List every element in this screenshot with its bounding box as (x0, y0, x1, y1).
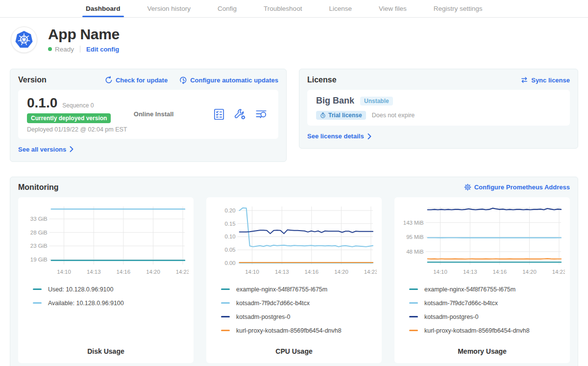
legend-item: kotsadm-7f9dc7d66c-b4tcx (409, 300, 565, 307)
sync-arrows-icon (520, 76, 528, 84)
legend-label: example-nginx-54f8f76755-l675m (424, 286, 515, 293)
trial-license-badge: Trial license (316, 111, 366, 120)
svg-text:14:20: 14:20 (334, 269, 348, 275)
svg-text:0.15: 0.15 (224, 221, 235, 227)
monitoring-title: Monitoring (18, 183, 59, 192)
legend-label: Used: 10.128.0.96:9100 (48, 286, 113, 293)
legend-swatch (409, 288, 418, 290)
tab-config[interactable]: Config (218, 0, 237, 17)
edit-config-link[interactable]: Edit config (86, 46, 119, 53)
disk-usage-legend: Used: 10.128.0.96:9100Available: 10.128.… (23, 286, 189, 314)
svg-text:14:16: 14:16 (116, 269, 130, 275)
disk-usage-chart: 14:1014:1314:1614:2014:2333 GiB28 GiB23 … (23, 203, 189, 280)
svg-text:143 MiB: 143 MiB (403, 219, 424, 225)
legend-swatch (221, 316, 230, 317)
svg-text:14:16: 14:16 (492, 269, 507, 275)
configure-prometheus-button[interactable]: Configure Prometheus Address (464, 183, 570, 191)
legend-label: kurl-proxy-kotsadm-8569fb6454-dnvh8 (236, 327, 342, 334)
deployed-timestamp: Deployed 01/19/22 @ 02:04 pm EST (27, 126, 134, 133)
legend-item: kotsadm-7f9dc7d66c-b4tcx (221, 300, 377, 307)
svg-text:14:10: 14:10 (245, 269, 259, 275)
legend-item: kotsadm-postgres-0 (409, 314, 565, 320)
license-panel: Big Bank Unstable Trial license Does not… (307, 90, 570, 126)
see-license-details-link[interactable]: See license details (307, 132, 371, 140)
kubernetes-logo-icon (14, 29, 34, 50)
legend-label: Available: 10.128.0.96:9100 (48, 300, 124, 307)
monitoring-section: Monitoring Configure Prometheus Address … (10, 177, 578, 366)
memory-usage-title: Memory Usage (399, 347, 565, 357)
memory-usage-chart: 14:1014:1314:1614:2014:23143 MiB95 MiB48… (399, 203, 565, 280)
gear-icon (464, 183, 471, 191)
refresh-icon (105, 76, 113, 84)
legend-label: example-nginx-54f8f76755-l675m (236, 286, 327, 293)
legend-swatch (33, 288, 42, 290)
app-header: App Name Ready Edit config (0, 18, 588, 53)
tab-license[interactable]: License (329, 0, 352, 17)
svg-text:95 MiB: 95 MiB (406, 234, 424, 240)
legend-item: kurl-proxy-kotsadm-8569fb6454-dnvh8 (409, 327, 565, 334)
legend-label: kotsadm-7f9dc7d66c-b4tcx (424, 300, 498, 307)
see-license-details-label: See license details (307, 132, 364, 140)
charts-grid: 14:1014:1314:1614:2014:2333 GiB28 GiB23 … (18, 197, 570, 363)
memory-usage-card: 14:1014:1314:1614:2014:23143 MiB95 MiB48… (394, 197, 570, 363)
clock-refresh-icon (179, 76, 187, 84)
page-title: App Name (48, 26, 120, 42)
svg-text:14:13: 14:13 (275, 269, 289, 275)
tab-version-history[interactable]: Version history (147, 0, 191, 17)
svg-text:28 GiB: 28 GiB (30, 229, 48, 235)
chevron-right-icon (70, 146, 74, 152)
configure-automatic-updates-button[interactable]: Configure automatic updates (179, 76, 278, 84)
see-all-versions-link[interactable]: See all versions (18, 146, 74, 153)
svg-text:14:10: 14:10 (433, 269, 447, 275)
status-dot (48, 47, 52, 51)
tab-troubleshoot[interactable]: Troubleshoot (264, 0, 302, 17)
chart-svg: 14:1014:1314:1614:2014:2333 GiB28 GiB23 … (23, 203, 189, 280)
legend-label: kurl-proxy-kotsadm-8569fb6454-dnvh8 (424, 327, 530, 334)
svg-text:14:20: 14:20 (522, 269, 537, 275)
legend-item: Used: 10.128.0.96:9100 (33, 286, 189, 293)
chart-svg: 14:1014:1314:1614:2014:23143 MiB95 MiB48… (399, 203, 565, 280)
svg-text:14:23: 14:23 (364, 269, 377, 275)
cpu-usage-title: CPU Usage (211, 347, 377, 357)
legend-item: kotsadm-postgres-0 (221, 314, 377, 320)
timer-icon (320, 112, 326, 118)
expiry-label: Does not expire (372, 112, 415, 119)
legend-label: kotsadm-postgres-0 (236, 314, 290, 320)
svg-text:14:10: 14:10 (57, 269, 71, 275)
svg-text:14:23: 14:23 (552, 269, 565, 275)
sync-license-label: Sync license (531, 77, 570, 84)
deployed-badge: Currently deployed version (27, 113, 111, 123)
svg-text:23 GiB: 23 GiB (30, 243, 48, 249)
svg-text:0.05: 0.05 (224, 247, 235, 253)
disk-usage-title: Disk Usage (23, 347, 189, 357)
legend-label: kotsadm-postgres-0 (424, 314, 478, 320)
svg-text:14:13: 14:13 (463, 269, 477, 275)
chart-svg: 14:1014:1314:1614:2014:230.200.150.100.0… (211, 203, 377, 280)
svg-text:48 MiB: 48 MiB (406, 249, 424, 255)
tab-view-files[interactable]: View files (379, 0, 407, 17)
status-badge: Ready (55, 46, 74, 53)
legend-item: Available: 10.128.0.96:9100 (33, 300, 189, 307)
svg-text:33 GiB: 33 GiB (30, 216, 48, 222)
tab-dashboard[interactable]: Dashboard (86, 0, 121, 17)
license-card-title: License (307, 76, 337, 84)
svg-text:14:23: 14:23 (176, 269, 189, 275)
config-wrench-icon[interactable] (234, 108, 246, 121)
configure-prometheus-label: Configure Prometheus Address (474, 183, 570, 191)
legend-swatch (221, 330, 230, 331)
legend-item: kurl-proxy-kotsadm-8569fb6454-dnvh8 (221, 327, 377, 334)
sync-license-button[interactable]: Sync license (520, 76, 570, 84)
cards-row: Version Check for update (0, 69, 588, 162)
check-for-update-button[interactable]: Check for update (105, 76, 168, 84)
view-logs-icon[interactable] (255, 108, 268, 121)
disk-usage-card: 14:1014:1314:1614:2014:2333 GiB28 GiB23 … (18, 197, 194, 363)
preflight-checks-icon[interactable] (213, 108, 225, 121)
divider (80, 46, 80, 52)
legend-swatch (33, 302, 42, 304)
tab-registry-settings[interactable]: Registry settings (434, 0, 483, 17)
svg-text:0.20: 0.20 (224, 208, 235, 213)
configure-automatic-updates-label: Configure automatic updates (190, 77, 278, 84)
legend-swatch (409, 302, 418, 304)
legend-swatch (409, 330, 418, 331)
svg-text:0.10: 0.10 (224, 234, 235, 239)
